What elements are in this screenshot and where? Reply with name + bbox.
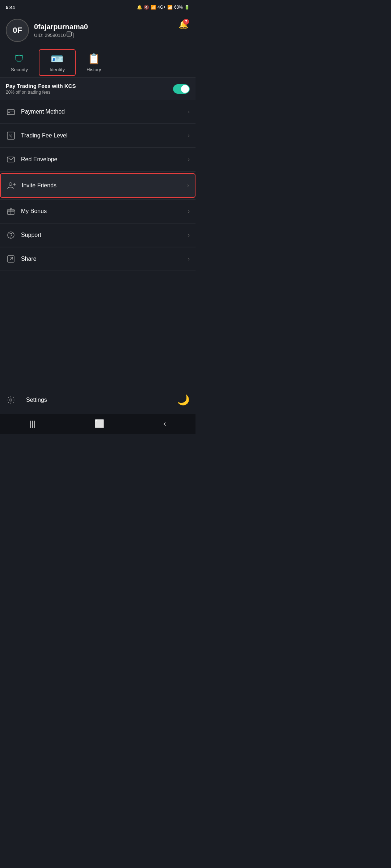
settings-row: Settings 🌙 (0, 387, 196, 412)
settings-icon (6, 395, 16, 405)
theme-toggle-button[interactable]: 🌙 (177, 394, 190, 406)
history-icon: 📋 (88, 53, 100, 65)
payment-method-icon (6, 107, 16, 117)
red-envelope-icon (6, 154, 16, 165)
battery-label: 60% (174, 5, 183, 10)
recent-apps-button[interactable]: ||| (21, 416, 44, 431)
status-bar: 5:41 🔔 🔇 📶 4G+ 📶 60% 🔋 (0, 0, 196, 13)
support-label: Support (21, 232, 188, 238)
svg-rect-0 (7, 110, 14, 115)
menu-item-my-bonus[interactable]: My Bonus › (0, 200, 196, 223)
invite-friends-arrow: › (187, 182, 189, 189)
invite-friends-label: Invite Friends (22, 182, 187, 189)
identity-icon: 🪪 (51, 53, 63, 65)
settings-left: Settings (6, 395, 47, 405)
invite-friends-icon (7, 180, 17, 191)
kcs-toggle-section: Pay Trading Fees with KCS 20% off on tra… (0, 78, 196, 100)
alarm-icon: 🔔 (137, 5, 142, 10)
kcs-toggle-switch[interactable] (173, 84, 190, 94)
security-label: Security (11, 67, 28, 72)
mute-icon: 🔇 (144, 5, 149, 10)
nav-item-identity[interactable]: 🪪 Identity (39, 49, 76, 76)
svg-point-16 (10, 399, 12, 401)
menu-item-support[interactable]: Support › (0, 224, 196, 247)
red-envelope-arrow: › (188, 156, 190, 163)
bottom-nav: ||| ⬜ ‹ (0, 414, 196, 434)
nav-icons-row: 🛡 Security 🪪 Identity 📋 History (0, 46, 196, 78)
svg-point-13 (10, 237, 11, 238)
menu-item-trading-fee-level[interactable]: % Trading Fee Level › (0, 124, 196, 148)
svg-text:%: % (9, 134, 12, 138)
divider-3 (0, 171, 196, 172)
network-type: 4G+ (157, 5, 166, 10)
profile-username: 0fajarpurnama0 (34, 23, 88, 31)
menu-item-invite-friends[interactable]: Invite Friends › (0, 173, 196, 198)
share-icon (6, 254, 16, 264)
svg-line-15 (10, 257, 13, 260)
settings-label: Settings (26, 397, 47, 403)
time-display: 5:41 (6, 5, 15, 10)
share-arrow: › (188, 256, 190, 262)
support-icon (6, 230, 16, 240)
my-bonus-label: My Bonus (21, 208, 188, 214)
toggle-title: Pay Trading Fees with KCS (6, 83, 76, 89)
notification-badge: 7 (183, 19, 189, 25)
avatar: 0F (6, 19, 29, 42)
trading-fee-icon: % (6, 131, 16, 141)
history-label: History (87, 67, 101, 72)
support-arrow: › (188, 232, 190, 238)
profile-section: 0F 0fajarpurnama0 UID: 29590110 (0, 13, 196, 46)
toggle-knob (181, 85, 189, 93)
identity-label: Identity (50, 67, 65, 72)
uid-text: UID: 29590110 (34, 33, 66, 38)
payment-method-label: Payment Method (21, 109, 188, 115)
profile-uid-row: UID: 29590110 (34, 33, 88, 38)
nav-item-security[interactable]: 🛡 Security (0, 49, 39, 76)
menu-item-red-envelope[interactable]: Red Envelope › (0, 148, 196, 171)
copy-uid-button[interactable] (68, 33, 73, 38)
trading-fee-label: Trading Fee Level (21, 132, 188, 139)
payment-method-arrow: › (188, 109, 190, 115)
battery-icon: 🔋 (184, 5, 190, 10)
svg-point-6 (9, 183, 12, 186)
trading-fee-arrow: › (188, 132, 190, 139)
signal-icon: 📶 (151, 5, 156, 10)
security-icon: 🛡 (14, 53, 24, 65)
status-icons: 🔔 🔇 📶 4G+ 📶 60% 🔋 (137, 5, 190, 10)
notification-bell[interactable]: 🔔 7 (177, 18, 190, 31)
menu-item-payment-method[interactable]: Payment Method › (0, 100, 196, 124)
back-button[interactable]: ‹ (155, 416, 175, 431)
menu-list: Payment Method › % Trading Fee Level › R… (0, 100, 196, 271)
my-bonus-arrow: › (188, 208, 190, 214)
my-bonus-icon (6, 206, 16, 216)
signal-icon2: 📶 (167, 5, 173, 10)
profile-info: 0fajarpurnama0 UID: 29590110 (34, 23, 88, 38)
red-envelope-label: Red Envelope (21, 156, 188, 163)
nav-item-history[interactable]: 📋 History (76, 49, 112, 76)
share-label: Share (21, 256, 188, 262)
home-button[interactable]: ⬜ (86, 416, 113, 431)
menu-item-share[interactable]: Share › (0, 247, 196, 271)
toggle-subtitle: 20% off on trading fees (6, 90, 76, 95)
